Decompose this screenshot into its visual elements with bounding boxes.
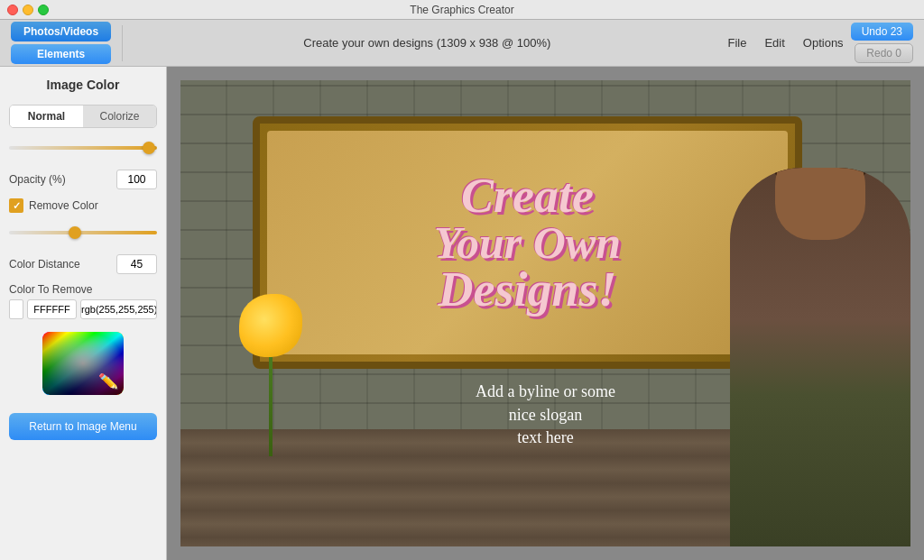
window-title: The Graphics Creator [410, 4, 513, 16]
opacity-thumb[interactable] [143, 142, 155, 154]
color-to-remove-label: Color To Remove [9, 283, 157, 296]
menu-row: File Edit Options [727, 36, 843, 50]
options-menu[interactable]: Options [803, 36, 844, 50]
toolbar-nav: Photos/Videos Elements [11, 22, 111, 64]
title-bar: The Graphics Creator [0, 0, 924, 20]
person-figure [730, 168, 910, 546]
photos-videos-button[interactable]: Photos/Videos [11, 22, 111, 41]
color-distance-thumb[interactable] [69, 226, 81, 239]
canvas-info-text: Create your own designs (1309 x 938 @ 10… [303, 36, 550, 50]
yellow-rose [235, 294, 307, 456]
color-swatch[interactable] [9, 299, 23, 319]
sign-inner: Create Your Own Designs! [267, 131, 788, 354]
elements-button[interactable]: Elements [11, 44, 111, 64]
minimize-button[interactable] [23, 5, 33, 15]
color-distance-input[interactable] [116, 254, 157, 274]
tab-colorize[interactable]: Colorize [83, 106, 156, 127]
close-button[interactable] [7, 5, 18, 15]
return-to-image-menu-button[interactable]: Return to Image Menu [9, 413, 157, 440]
file-menu[interactable]: File [727, 36, 746, 50]
remove-color-checkbox[interactable] [9, 198, 23, 213]
toolbar-right: Undo 23 Redo 0 [851, 23, 913, 63]
remove-color-label: Remove Color [29, 199, 98, 212]
opacity-label: Opacity (%) [9, 173, 66, 186]
opacity-input[interactable] [116, 170, 157, 189]
maximize-button[interactable] [38, 5, 49, 15]
tab-row: Normal Colorize [9, 105, 157, 128]
color-remove-inputs [9, 299, 157, 319]
sign-line2: Your Own [434, 220, 621, 265]
color-to-remove-section: Color To Remove [9, 283, 157, 319]
color-distance-slider-container [9, 225, 157, 240]
toolbar-divider [122, 25, 123, 61]
color-rgb-input[interactable] [80, 299, 157, 319]
redo-button[interactable]: Redo 0 [855, 43, 913, 63]
sign-line3: Designs! [434, 265, 621, 314]
color-distance-row: Color Distance [9, 254, 157, 274]
panel-title: Image Color [9, 78, 157, 92]
subtitle-text: Add a byline or some nice slogan text he… [476, 381, 615, 449]
color-distance-label: Color Distance [9, 258, 80, 271]
nav-col-left: Photos/Videos Elements [11, 22, 111, 64]
rose-bloom [239, 294, 302, 357]
mock-canvas: Create Your Own Designs! Add a byline or… [180, 80, 910, 546]
main-content: Image Color Normal Colorize Opacity (%) … [0, 67, 924, 560]
color-hex-input[interactable] [27, 299, 77, 319]
subtitle-line3: text here [476, 427, 615, 449]
rose-stem [269, 357, 273, 456]
color-distance-track[interactable] [9, 231, 157, 234]
traffic-lights [7, 5, 49, 15]
subtitle-line1: Add a byline or some [476, 381, 615, 403]
color-picker-preview[interactable]: ✏️ [42, 332, 124, 395]
sign-board: Create Your Own Designs! [253, 116, 802, 369]
remove-color-row[interactable]: Remove Color [9, 198, 157, 213]
edit-menu[interactable]: Edit [764, 36, 784, 50]
person-head [775, 168, 865, 240]
sign-text: Create Your Own Designs! [425, 162, 630, 323]
canvas-area[interactable]: Create Your Own Designs! Add a byline or… [167, 67, 924, 560]
subtitle-line2: nice slogan [476, 404, 615, 427]
tab-normal[interactable]: Normal [10, 106, 83, 127]
sign-line1: Create [434, 171, 621, 220]
opacity-slider-container [9, 141, 157, 155]
top-toolbar: Photos/Videos Elements Create your own d… [0, 20, 924, 67]
left-panel: Image Color Normal Colorize Opacity (%) … [0, 67, 167, 560]
opacity-row: Opacity (%) [9, 170, 157, 189]
undo-button[interactable]: Undo 23 [851, 23, 913, 41]
canvas-info: Create your own designs (1309 x 938 @ 10… [134, 36, 720, 50]
opacity-track[interactable] [9, 146, 157, 150]
